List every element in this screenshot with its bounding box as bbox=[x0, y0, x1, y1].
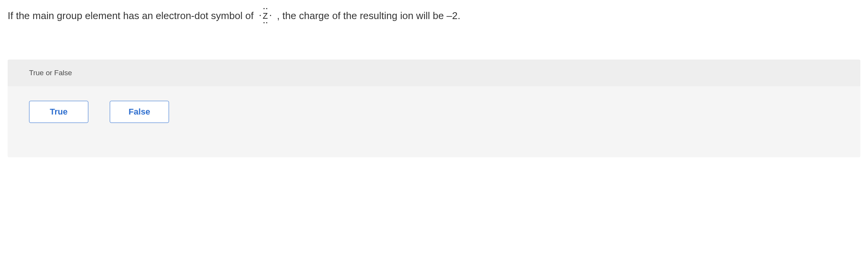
lewis-dot bbox=[266, 22, 267, 23]
options-row: True False bbox=[8, 86, 860, 131]
lewis-element-letter: Z bbox=[263, 10, 268, 22]
lewis-dot bbox=[263, 8, 265, 9]
true-button[interactable]: True bbox=[29, 101, 88, 123]
lewis-dot-symbol: Z bbox=[258, 7, 272, 24]
lewis-dot bbox=[260, 15, 261, 16]
lewis-dot bbox=[266, 8, 267, 9]
question-text-before: If the main group element has an electro… bbox=[8, 8, 254, 23]
question-text: If the main group element has an electro… bbox=[8, 7, 860, 24]
false-button[interactable]: False bbox=[110, 101, 169, 123]
lewis-dot bbox=[263, 22, 265, 23]
lewis-dot bbox=[270, 15, 271, 16]
panel-header: True or False bbox=[8, 60, 860, 86]
answer-panel: True or False True False bbox=[8, 60, 860, 157]
question-text-after: , the charge of the resulting ion will b… bbox=[277, 8, 460, 23]
